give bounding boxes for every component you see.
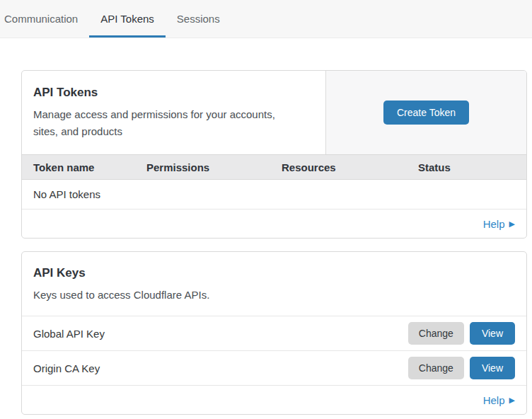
api-key-actions: Change View <box>408 357 515 379</box>
keys-help-row: Help ▶ <box>22 386 526 414</box>
tokens-empty-state: No API tokens <box>22 180 526 210</box>
api-key-row-origin-ca: Origin CA Key Change View <box>22 351 526 386</box>
column-header-token-name: Token name <box>33 161 146 173</box>
main-content: API Tokens Manage access and permissions… <box>0 70 532 415</box>
api-key-row-global: Global API Key Change View <box>22 316 526 351</box>
keys-help-label: Help <box>483 394 505 406</box>
tokens-table-header: Token name Permissions Resources Status <box>22 154 526 180</box>
tab-communication[interactable]: Communication <box>0 0 89 38</box>
create-token-button[interactable]: Create Token <box>383 101 469 125</box>
tab-bar: Communication API Tokens Sessions <box>0 0 532 38</box>
api-key-actions: Change View <box>408 322 515 345</box>
api-tokens-description: Manage access and permissions for your a… <box>33 106 302 140</box>
api-key-label: Global API Key <box>33 328 105 340</box>
help-arrow-icon: ▶ <box>509 396 515 404</box>
tab-sessions[interactable]: Sessions <box>166 0 231 38</box>
api-keys-card: API Keys Keys used to access Cloudflare … <box>21 251 527 415</box>
api-tokens-card-action-area: Create Token <box>325 71 526 154</box>
column-header-status: Status <box>418 161 515 173</box>
api-keys-card-header: API Keys Keys used to access Cloudflare … <box>22 252 526 316</box>
tab-api-tokens[interactable]: API Tokens <box>89 0 166 38</box>
api-key-label: Origin CA Key <box>33 362 100 374</box>
api-keys-title: API Keys <box>33 266 515 280</box>
api-tokens-title: API Tokens <box>33 86 314 100</box>
tokens-help-label: Help <box>483 218 505 230</box>
view-button-origin-ca-key[interactable]: View <box>470 357 515 379</box>
api-tokens-card-header: API Tokens Manage access and permissions… <box>22 71 526 154</box>
api-keys-description: Keys used to access Cloudflare APIs. <box>33 287 302 304</box>
column-header-permissions: Permissions <box>146 161 282 173</box>
api-tokens-card: API Tokens Manage access and permissions… <box>21 70 527 239</box>
api-tokens-card-header-text: API Tokens Manage access and permissions… <box>22 71 325 154</box>
column-header-resources: Resources <box>282 161 418 173</box>
help-arrow-icon: ▶ <box>509 219 515 228</box>
view-button-global-api-key[interactable]: View <box>470 322 515 345</box>
tokens-help-link[interactable]: Help ▶ <box>483 218 515 230</box>
change-button-origin-ca-key[interactable]: Change <box>408 357 464 379</box>
tokens-help-row: Help ▶ <box>22 210 526 238</box>
change-button-global-api-key[interactable]: Change <box>408 322 464 345</box>
keys-help-link[interactable]: Help ▶ <box>483 394 515 406</box>
